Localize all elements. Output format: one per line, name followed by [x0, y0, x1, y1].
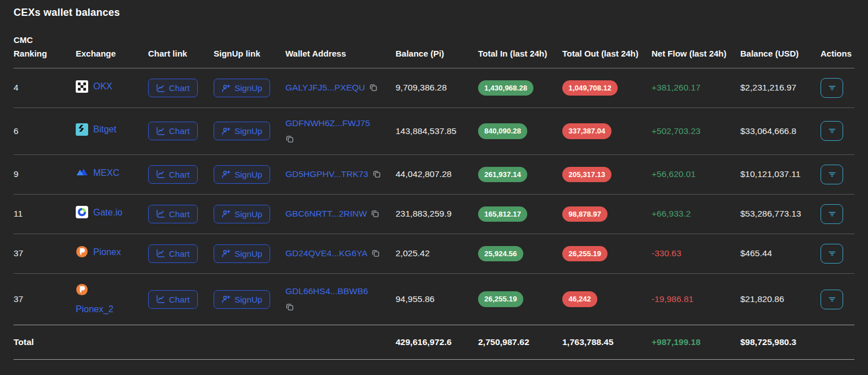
table-row: 37 Pionex_2 Chart [14, 273, 854, 325]
chart-button[interactable]: Chart [148, 205, 198, 223]
total-out-badge: 26,255.19 [562, 246, 607, 262]
row-actions-button[interactable] [821, 204, 843, 224]
total-row: Total 429,616,972.6 2,750,987.62 1,763,7… [14, 325, 854, 360]
signup-button[interactable]: SignUp [214, 79, 270, 97]
column-header-balance-usd: Balance (USD) [740, 33, 821, 68]
row-actions-button[interactable] [821, 290, 843, 309]
total-in-cell: 261,937.14 [478, 154, 562, 194]
balance-pi-cell: 9,709,386.28 [396, 68, 478, 108]
wallet-address-cell: GBC6NRTT...2RINW [285, 194, 396, 234]
cmc-ranking-value: 37 [14, 294, 23, 304]
exchange-link[interactable]: Pionex_2 [76, 283, 139, 315]
wallet-address-link[interactable]: GDFNWH6Z...FWJ75 [285, 118, 387, 145]
balance-pi-value: 231,883,259.9 [396, 209, 452, 218]
signup-button[interactable]: SignUp [214, 205, 270, 223]
total-in-badge: 1,430,968.28 [478, 80, 533, 96]
table-row: 9 MEXC Chart [14, 154, 854, 194]
signup-button-label: SignUp [235, 249, 262, 258]
row-actions-button[interactable] [821, 165, 843, 184]
balance-usd-cell: $53,286,773.13 [740, 194, 821, 234]
line-chart-icon [156, 127, 165, 136]
balance-usd-cell: $33,064,666.8 [740, 108, 821, 155]
table-row: 4 OKX Chart [14, 68, 854, 108]
exchange-link[interactable]: Bitget [76, 123, 116, 136]
net-flow-value: -19,986.81 [652, 294, 693, 304]
copy-icon[interactable] [371, 209, 379, 219]
wallet-address-text: GBC6NRTT...2RINW [285, 209, 367, 218]
wallet-address-link[interactable]: GBC6NRTT...2RINW [285, 209, 379, 218]
filter-lines-icon [827, 126, 837, 136]
filter-lines-icon [827, 249, 837, 258]
exchange-name: OKX [93, 80, 112, 93]
wallet-address-text: GDFNWH6Z...FWJ75 [285, 118, 370, 128]
chart-button-label: Chart [169, 126, 190, 136]
wallet-address-link[interactable]: GD5HGPHV...TRK73 [285, 169, 381, 179]
row-actions-button[interactable] [821, 78, 843, 98]
total-out-value: 1,763,788.45 [562, 325, 652, 360]
chart-button[interactable]: Chart [148, 79, 198, 97]
copy-icon[interactable] [285, 135, 294, 145]
chart-button[interactable]: Chart [148, 122, 198, 140]
gateio-logo-icon [76, 206, 88, 218]
actions-cell [821, 68, 854, 108]
signup-link-cell: SignUp [214, 154, 285, 194]
chart-button-label: Chart [169, 295, 190, 304]
chart-button-label: Chart [169, 83, 190, 93]
exchange-link[interactable]: Gate.io [76, 206, 123, 218]
total-in-badge: 261,937.14 [478, 167, 527, 183]
table-row: 11 Gate.io Chart [14, 194, 854, 234]
copy-icon[interactable] [372, 170, 381, 180]
column-header-actions: Actions [821, 33, 854, 68]
total-in-cell: 25,924.56 [478, 234, 562, 273]
total-out-cell: 337,387.04 [562, 108, 652, 155]
signup-button[interactable]: SignUp [214, 244, 270, 263]
chart-button[interactable]: Chart [148, 165, 198, 184]
balance-usd-value: $21,820.86 [740, 294, 784, 304]
total-out-cell: 98,878.97 [562, 194, 652, 234]
exchange-link[interactable]: Pionex [76, 245, 121, 258]
chart-button[interactable]: Chart [148, 244, 198, 263]
wallet-address-text: GDL66HS4...BBWB6 [285, 286, 368, 296]
exchange-link[interactable]: MEXC [76, 166, 119, 179]
exchange-cell: MEXC [76, 154, 148, 194]
column-header-net-flow: Net Flow (last 24h) [652, 33, 740, 68]
balance-usd-value: $10,121,037.11 [740, 169, 801, 179]
cmc-ranking-cell: 37 [14, 234, 76, 273]
wallet-address-link[interactable]: GD24QVE4...KG6YA [285, 248, 380, 258]
exchange-cell: Pionex [76, 234, 148, 273]
cmc-ranking-value: 11 [14, 209, 23, 218]
exchange-link[interactable]: OKX [76, 80, 112, 93]
signup-button-label: SignUp [235, 295, 262, 304]
person-add-icon [222, 209, 231, 218]
total-in-value: 2,750,987.62 [478, 325, 562, 360]
copy-icon[interactable] [285, 303, 294, 313]
total-out-cell: 26,255.19 [562, 234, 652, 273]
net-flow-value: +56,620.01 [652, 169, 696, 179]
wallet-address-link[interactable]: GALYJFJ5...PXEQU [285, 83, 377, 92]
copy-icon[interactable] [371, 249, 380, 259]
signup-button-label: SignUp [235, 170, 262, 179]
chart-button[interactable]: Chart [148, 290, 198, 309]
signup-link-cell: SignUp [214, 234, 285, 273]
balance-pi-cell: 231,883,259.9 [396, 194, 478, 234]
net-flow-cell: +56,620.01 [652, 154, 740, 194]
wallet-address-link[interactable]: GDL66HS4...BBWB6 [285, 286, 387, 313]
signup-button[interactable]: SignUp [214, 290, 270, 309]
copy-icon[interactable] [369, 83, 377, 93]
chart-link-cell: Chart [148, 108, 214, 155]
row-actions-button[interactable] [821, 121, 843, 141]
cmc-ranking-cell: 6 [14, 108, 76, 155]
wallet-address-cell: GD5HGPHV...TRK73 [285, 154, 396, 194]
balance-pi-cell: 2,025.42 [396, 234, 478, 273]
balance-pi-value: 9,709,386.28 [396, 83, 447, 92]
balance-pi-value: 44,042,807.28 [396, 169, 452, 179]
pionex-logo-icon [76, 245, 88, 258]
chart-link-cell: Chart [148, 234, 214, 273]
net-flow-cell: +502,703.23 [652, 108, 740, 155]
signup-button[interactable]: SignUp [214, 165, 270, 184]
person-add-icon [222, 170, 231, 179]
row-actions-button[interactable] [821, 244, 843, 264]
signup-button[interactable]: SignUp [214, 122, 270, 140]
mexc-logo-icon [76, 166, 88, 179]
total-balance-usd: $98,725,980.3 [740, 325, 821, 360]
